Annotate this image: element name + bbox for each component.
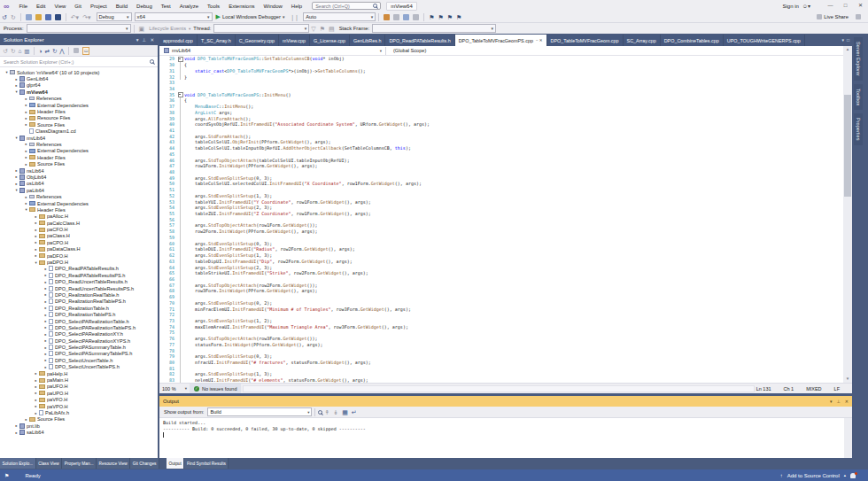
- sign-in-button[interactable]: Sign in: [783, 4, 799, 9]
- collapsed-icon[interactable]: ▸: [33, 398, 39, 402]
- tree-item[interactable]: ▸DPO_ReadPATableResultsPS.h: [0, 272, 158, 278]
- document-tab[interactable]: T_SC_Array.h: [198, 35, 236, 46]
- bottom-tab[interactable]: Class View: [36, 458, 63, 469]
- flag-icon[interactable]: ⚑: [320, 25, 325, 33]
- collapsed-icon[interactable]: ▸: [33, 228, 39, 232]
- collapsed-icon[interactable]: ▸: [33, 234, 39, 238]
- tree-item[interactable]: ▸DPO_RealizationRealTable.h: [0, 291, 158, 298]
- bookmark-icon[interactable]: ⚑: [429, 13, 434, 21]
- tree-item[interactable]: ▸paAlloc.H: [0, 213, 158, 220]
- collapsed-icon[interactable]: ▸: [43, 286, 49, 291]
- collapsed-icon[interactable]: ▸: [33, 378, 39, 383]
- thread-select[interactable]: ▾: [213, 24, 309, 33]
- document-tab[interactable]: DPO_TableToMVFracGeomPS.cpp− ✕: [455, 35, 547, 46]
- collapsed-icon[interactable]: ▸: [33, 371, 39, 376]
- side-tab-server-explorer[interactable]: Server Explorer: [854, 37, 863, 81]
- background-tasks-icon[interactable]: ⚑: [4, 472, 9, 478]
- collapsed-icon[interactable]: ▸: [13, 431, 19, 435]
- tree-item[interactable]: ClassDiagram1.cd: [0, 128, 158, 135]
- properties-icon[interactable]: [74, 48, 79, 53]
- scroll-down-icon[interactable]: ▼: [843, 376, 852, 383]
- tree-item[interactable]: ▸DPO_SelectPARealizationXYPS.h: [0, 337, 158, 344]
- collapsed-icon[interactable]: ▸: [43, 319, 49, 323]
- pending-changes-filter-icon[interactable]: ◑: [39, 47, 43, 55]
- code-editor[interactable]: 29void DPO_TableToMVFracGeomPS::SetTable…: [159, 56, 843, 383]
- refresh-icon[interactable]: ↻: [52, 47, 57, 55]
- tree-item[interactable]: ▾Header Files: [0, 206, 158, 213]
- tree-item[interactable]: ▸paClass.H: [0, 233, 158, 239]
- collapsed-icon[interactable]: ▸: [33, 391, 39, 395]
- word-wrap-icon[interactable]: ↵: [352, 408, 357, 416]
- code-health-indicator[interactable]: ✓ No issues found: [190, 384, 241, 394]
- tree-item[interactable]: ▸DPO_ReadPATableResults.h: [0, 266, 158, 272]
- output-menu-icon[interactable]: ▾: [830, 399, 833, 404]
- tree-item[interactable]: ▸paUFO.H: [0, 384, 158, 390]
- tree-item[interactable]: ▸paUPO.H: [0, 390, 158, 396]
- expanded-icon[interactable]: ▾: [13, 188, 19, 192]
- tree-item[interactable]: ▸paMain.H: [0, 376, 158, 383]
- document-tab[interactable]: DPO_TableToMVFracGeom.cpp: [547, 35, 624, 46]
- editor-vertical-scrollbar[interactable]: ▲ ▼: [843, 46, 852, 383]
- quick-search-input[interactable]: Search (Ctrl+Q): [312, 2, 381, 10]
- bookmark-next-icon[interactable]: ⚑: [438, 13, 444, 21]
- tree-item[interactable]: ▸pnt.lib: [0, 423, 158, 429]
- collapsed-icon[interactable]: ▸: [13, 423, 19, 428]
- tree-item[interactable]: ▸paDFO.H: [0, 252, 158, 259]
- collapsed-icon[interactable]: ▸: [13, 168, 19, 173]
- expanded-icon[interactable]: ▾: [13, 136, 19, 140]
- hot-reload-icon[interactable]: [384, 14, 390, 20]
- tree-item[interactable]: ▸DPO_SelectPARealizationXY.h: [0, 331, 158, 337]
- collapsed-icon[interactable]: ▸: [23, 162, 29, 167]
- tree-item[interactable]: ▸PaLibAfx.h: [0, 409, 158, 415]
- bottom-tab[interactable]: Solution Explo...: [0, 458, 36, 469]
- menu-analyze[interactable]: Analyze: [175, 4, 203, 9]
- collapsed-icon[interactable]: ▸: [43, 332, 49, 337]
- tree-item[interactable]: ▸Resource Files: [0, 115, 158, 121]
- frames-icon[interactable]: ▤: [329, 25, 335, 33]
- se-back-icon[interactable]: ↺: [4, 47, 8, 55]
- open-file-icon[interactable]: [35, 14, 42, 20]
- maximize-button[interactable]: □: [838, 0, 853, 12]
- tree-item[interactable]: ▸External Dependencies: [0, 102, 158, 108]
- tree-item[interactable]: ▸DPO_SelectPASummaryTable.h: [0, 344, 158, 350]
- process-select[interactable]: ▾: [27, 24, 131, 33]
- tree-item[interactable]: ▸nsLib64: [0, 167, 158, 174]
- tab-list-icon[interactable]: ▾: [841, 37, 844, 43]
- toolwindow-menu-icon[interactable]: ▾: [136, 37, 139, 43]
- redo-icon[interactable]: ↷▾: [82, 13, 90, 21]
- menu-tools[interactable]: Tools: [203, 4, 224, 9]
- editor-horizontal-scrollbar[interactable]: [243, 385, 754, 392]
- collapsed-icon[interactable]: ▸: [23, 195, 29, 199]
- navigate-back-icon[interactable]: ↺: [2, 13, 7, 21]
- float-icon[interactable]: □: [847, 37, 849, 43]
- tree-item[interactable]: ▸DPO_SelectUncertTable.h: [0, 357, 158, 363]
- collapsed-icon[interactable]: ▸: [33, 221, 39, 225]
- tree-item[interactable]: ▸osLib64: [0, 181, 158, 187]
- collapsed-icon[interactable]: ▸: [43, 292, 49, 297]
- feedback-icon[interactable]: [856, 14, 861, 19]
- add-to-source-control-button[interactable]: Add to Source Control: [787, 473, 840, 478]
- collapsed-icon[interactable]: ▸: [23, 142, 29, 146]
- tree-item[interactable]: ▸DPO_RealizationTable.h: [0, 305, 158, 311]
- collapsed-icon[interactable]: ▸: [33, 240, 39, 244]
- platform-select[interactable]: x64▾: [135, 12, 213, 21]
- user-icon[interactable]: ☺▾: [802, 3, 810, 9]
- scrollbar-thumb[interactable]: [844, 95, 851, 197]
- collapsed-icon[interactable]: ▸: [23, 110, 29, 114]
- tree-item[interactable]: ▸Source Files: [0, 160, 158, 167]
- zoom-select[interactable]: 100 %▾: [159, 386, 190, 392]
- collapsed-icon[interactable]: ▸: [23, 155, 29, 159]
- document-tab[interactable]: DPO_CombineTables.cpp: [661, 35, 724, 46]
- save-icon[interactable]: [45, 14, 51, 20]
- collapsed-icon[interactable]: ▸: [33, 404, 39, 408]
- tree-item[interactable]: ▸References: [0, 96, 158, 102]
- save-all-icon[interactable]: [55, 14, 61, 20]
- se-forward-icon[interactable]: ↻: [11, 47, 15, 55]
- bottom-tab[interactable]: Resource View: [97, 458, 130, 469]
- switch-views-icon[interactable]: ▥: [24, 47, 29, 55]
- document-tab[interactable]: G_License.cpp: [310, 35, 350, 46]
- collapsed-icon[interactable]: ▸: [23, 149, 29, 153]
- expanded-icon[interactable]: ▾: [23, 207, 29, 212]
- bottom-tab[interactable]: Property Man...: [62, 458, 97, 469]
- document-tab[interactable]: UPO_TOUGHWriteGENERPS.cpp: [724, 35, 805, 46]
